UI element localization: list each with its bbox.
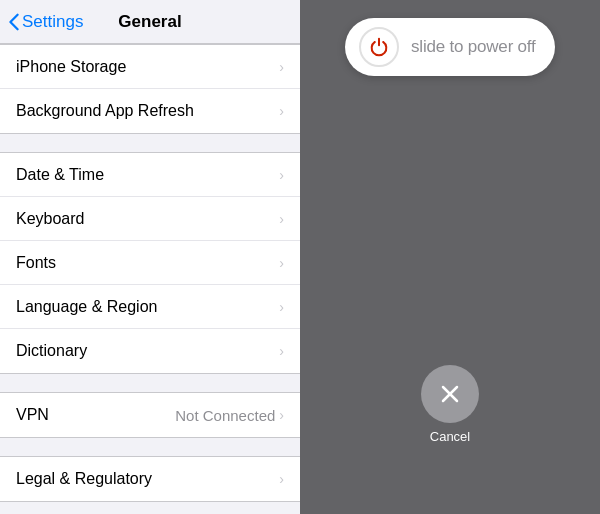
slide-to-power-off-text: slide to power off [411, 37, 536, 57]
settings-group-legal: Legal & Regulatory › [0, 456, 300, 502]
power-off-panel: slide to power off Cancel [300, 0, 600, 514]
chevron-icon: › [279, 407, 284, 423]
spacer [0, 438, 300, 456]
x-icon [436, 380, 464, 408]
list-item-dictionary[interactable]: Dictionary › [0, 329, 300, 373]
cancel-button[interactable] [421, 365, 479, 423]
vpn-status: Not Connected [175, 407, 275, 424]
chevron-icon: › [279, 343, 284, 359]
chevron-icon: › [279, 255, 284, 271]
cancel-container: Cancel [421, 365, 479, 444]
chevron-icon: › [279, 59, 284, 75]
list-item-date-time[interactable]: Date & Time › [0, 153, 300, 197]
settings-group-storage: iPhone Storage › Background App Refresh … [0, 44, 300, 134]
back-label: Settings [22, 12, 83, 32]
spacer [0, 502, 300, 514]
list-item-background-app-refresh[interactable]: Background App Refresh › [0, 89, 300, 133]
chevron-icon: › [279, 103, 284, 119]
chevron-icon: › [279, 299, 284, 315]
navigation-bar: Settings General [0, 0, 300, 44]
settings-left-panel: Settings General iPhone Storage › Backgr… [0, 0, 300, 514]
list-item-legal-regulatory[interactable]: Legal & Regulatory › [0, 457, 300, 501]
list-item-keyboard[interactable]: Keyboard › [0, 197, 300, 241]
chevron-icon: › [279, 471, 284, 487]
settings-group-locale: Date & Time › Keyboard › Fonts › Languag… [0, 152, 300, 374]
spacer [0, 134, 300, 152]
chevron-icon: › [279, 167, 284, 183]
list-item-vpn[interactable]: VPN Not Connected › [0, 393, 300, 437]
power-icon-circle [359, 27, 399, 67]
cancel-label: Cancel [430, 429, 470, 444]
settings-list: iPhone Storage › Background App Refresh … [0, 44, 300, 514]
settings-group-vpn: VPN Not Connected › [0, 392, 300, 438]
list-item-iphone-storage[interactable]: iPhone Storage › [0, 45, 300, 89]
power-slider[interactable]: slide to power off [345, 18, 555, 76]
list-item-language-region[interactable]: Language & Region › [0, 285, 300, 329]
list-item-fonts[interactable]: Fonts › [0, 241, 300, 285]
spacer [0, 374, 300, 392]
page-title: General [118, 12, 181, 32]
back-button[interactable]: Settings [8, 12, 83, 32]
power-icon [368, 36, 390, 58]
chevron-icon: › [279, 211, 284, 227]
